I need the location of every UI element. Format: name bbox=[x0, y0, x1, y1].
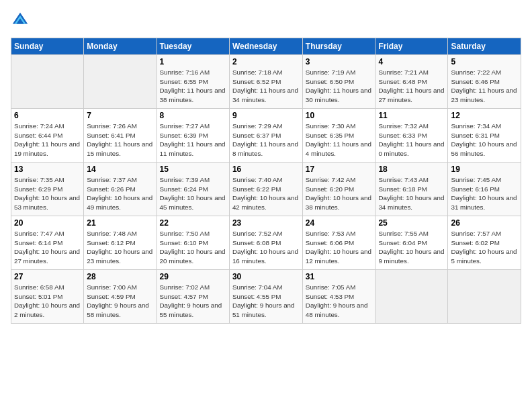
calendar-table: SundayMondayTuesdayWednesdayThursdayFrid… bbox=[11, 38, 521, 324]
weekday-header-tuesday: Tuesday bbox=[157, 38, 229, 55]
day-info: Sunrise: 7:47 AM Sunset: 6:14 PM Dayligh… bbox=[14, 229, 81, 266]
calendar-cell: 16Sunrise: 7:40 AM Sunset: 6:22 PM Dayli… bbox=[229, 163, 302, 216]
day-number: 19 bbox=[451, 165, 518, 174]
calendar-cell: 26Sunrise: 7:57 AM Sunset: 6:02 PM Dayli… bbox=[448, 216, 521, 270]
day-number: 14 bbox=[87, 165, 153, 174]
calendar-cell: 5Sunrise: 7:22 AM Sunset: 6:46 PM Daylig… bbox=[448, 55, 521, 109]
day-info: Sunrise: 7:26 AM Sunset: 6:41 PM Dayligh… bbox=[87, 122, 153, 158]
day-info: Sunrise: 7:02 AM Sunset: 4:57 PM Dayligh… bbox=[160, 283, 226, 320]
calendar-cell bbox=[375, 270, 448, 324]
weekday-header-thursday: Thursday bbox=[302, 38, 375, 55]
weekday-header-saturday: Saturday bbox=[448, 38, 521, 55]
day-info: Sunrise: 7:22 AM Sunset: 6:46 PM Dayligh… bbox=[451, 68, 518, 105]
day-info: Sunrise: 7:45 AM Sunset: 6:16 PM Dayligh… bbox=[451, 175, 518, 212]
day-number: 4 bbox=[378, 57, 445, 66]
day-number: 12 bbox=[451, 111, 518, 120]
day-info: Sunrise: 7:48 AM Sunset: 6:12 PM Dayligh… bbox=[87, 229, 153, 266]
day-number: 20 bbox=[14, 218, 81, 228]
calendar-cell: 18Sunrise: 7:43 AM Sunset: 6:18 PM Dayli… bbox=[375, 163, 448, 216]
day-number: 7 bbox=[87, 111, 153, 120]
day-info: Sunrise: 7:35 AM Sunset: 6:29 PM Dayligh… bbox=[14, 175, 81, 212]
day-number: 15 bbox=[160, 165, 226, 174]
calendar-cell: 6Sunrise: 7:24 AM Sunset: 6:44 PM Daylig… bbox=[11, 109, 84, 163]
day-info: Sunrise: 7:24 AM Sunset: 6:44 PM Dayligh… bbox=[14, 122, 81, 158]
day-info: Sunrise: 7:57 AM Sunset: 6:02 PM Dayligh… bbox=[451, 229, 518, 266]
calendar-cell: 10Sunrise: 7:30 AM Sunset: 6:35 PM Dayli… bbox=[302, 109, 375, 163]
day-number: 10 bbox=[306, 111, 373, 120]
day-info: Sunrise: 7:40 AM Sunset: 6:22 PM Dayligh… bbox=[232, 175, 300, 212]
day-number: 21 bbox=[87, 218, 153, 228]
header bbox=[11, 11, 521, 30]
day-number: 17 bbox=[306, 165, 373, 174]
weekday-header-sunday: Sunday bbox=[11, 38, 84, 55]
weekday-header-wednesday: Wednesday bbox=[229, 38, 302, 55]
day-number: 11 bbox=[378, 111, 445, 120]
day-info: Sunrise: 7:32 AM Sunset: 6:33 PM Dayligh… bbox=[378, 122, 445, 158]
day-number: 22 bbox=[160, 218, 226, 228]
day-number: 6 bbox=[14, 111, 81, 120]
calendar-cell: 31Sunrise: 7:05 AM Sunset: 4:53 PM Dayli… bbox=[302, 270, 375, 324]
day-number: 29 bbox=[160, 272, 226, 281]
calendar-cell: 24Sunrise: 7:53 AM Sunset: 6:06 PM Dayli… bbox=[302, 216, 375, 270]
day-info: Sunrise: 7:52 AM Sunset: 6:08 PM Dayligh… bbox=[232, 229, 300, 266]
calendar-cell bbox=[11, 55, 84, 109]
day-number: 31 bbox=[306, 272, 373, 281]
week-row-2: 6Sunrise: 7:24 AM Sunset: 6:44 PM Daylig… bbox=[11, 109, 521, 163]
calendar-cell: 8Sunrise: 7:27 AM Sunset: 6:39 PM Daylig… bbox=[157, 109, 229, 163]
day-number: 18 bbox=[378, 165, 445, 174]
calendar-cell: 25Sunrise: 7:55 AM Sunset: 6:04 PM Dayli… bbox=[375, 216, 448, 270]
calendar-container: SundayMondayTuesdayWednesdayThursdayFrid… bbox=[0, 0, 532, 329]
day-number: 8 bbox=[160, 111, 226, 120]
day-info: Sunrise: 7:18 AM Sunset: 6:52 PM Dayligh… bbox=[232, 68, 300, 105]
day-number: 2 bbox=[232, 57, 300, 66]
day-number: 5 bbox=[451, 57, 518, 66]
day-number: 16 bbox=[232, 165, 300, 174]
day-info: Sunrise: 7:00 AM Sunset: 4:59 PM Dayligh… bbox=[87, 283, 153, 320]
day-info: Sunrise: 7:50 AM Sunset: 6:10 PM Dayligh… bbox=[160, 229, 226, 266]
calendar-cell: 7Sunrise: 7:26 AM Sunset: 6:41 PM Daylig… bbox=[84, 109, 157, 163]
day-info: Sunrise: 7:19 AM Sunset: 6:50 PM Dayligh… bbox=[306, 68, 373, 105]
week-row-4: 20Sunrise: 7:47 AM Sunset: 6:14 PM Dayli… bbox=[11, 216, 521, 270]
calendar-cell: 29Sunrise: 7:02 AM Sunset: 4:57 PM Dayli… bbox=[157, 270, 229, 324]
calendar-cell: 2Sunrise: 7:18 AM Sunset: 6:52 PM Daylig… bbox=[229, 55, 302, 109]
calendar-cell: 4Sunrise: 7:21 AM Sunset: 6:48 PM Daylig… bbox=[375, 55, 448, 109]
calendar-cell bbox=[448, 270, 521, 324]
day-info: Sunrise: 7:43 AM Sunset: 6:18 PM Dayligh… bbox=[378, 175, 445, 212]
calendar-cell: 21Sunrise: 7:48 AM Sunset: 6:12 PM Dayli… bbox=[84, 216, 157, 270]
calendar-cell: 23Sunrise: 7:52 AM Sunset: 6:08 PM Dayli… bbox=[229, 216, 302, 270]
calendar-cell: 13Sunrise: 7:35 AM Sunset: 6:29 PM Dayli… bbox=[11, 163, 84, 216]
calendar-cell: 27Sunrise: 6:58 AM Sunset: 5:01 PM Dayli… bbox=[11, 270, 84, 324]
day-number: 25 bbox=[378, 218, 445, 228]
day-info: Sunrise: 7:42 AM Sunset: 6:20 PM Dayligh… bbox=[306, 175, 373, 212]
calendar-cell: 14Sunrise: 7:37 AM Sunset: 6:26 PM Dayli… bbox=[84, 163, 157, 216]
day-number: 30 bbox=[232, 272, 300, 281]
calendar-cell: 30Sunrise: 7:04 AM Sunset: 4:55 PM Dayli… bbox=[229, 270, 302, 324]
calendar-cell: 9Sunrise: 7:29 AM Sunset: 6:37 PM Daylig… bbox=[229, 109, 302, 163]
day-number: 9 bbox=[232, 111, 300, 120]
day-info: Sunrise: 7:30 AM Sunset: 6:35 PM Dayligh… bbox=[306, 122, 373, 158]
day-number: 13 bbox=[14, 165, 81, 174]
day-info: Sunrise: 7:53 AM Sunset: 6:06 PM Dayligh… bbox=[306, 229, 373, 266]
calendar-cell: 12Sunrise: 7:34 AM Sunset: 6:31 PM Dayli… bbox=[448, 109, 521, 163]
day-info: Sunrise: 7:39 AM Sunset: 6:24 PM Dayligh… bbox=[160, 175, 226, 212]
calendar-cell: 28Sunrise: 7:00 AM Sunset: 4:59 PM Dayli… bbox=[84, 270, 157, 324]
day-info: Sunrise: 7:55 AM Sunset: 6:04 PM Dayligh… bbox=[378, 229, 445, 266]
weekday-header-row: SundayMondayTuesdayWednesdayThursdayFrid… bbox=[11, 38, 521, 55]
calendar-cell: 17Sunrise: 7:42 AM Sunset: 6:20 PM Dayli… bbox=[302, 163, 375, 216]
weekday-header-monday: Monday bbox=[84, 38, 157, 55]
weekday-header-friday: Friday bbox=[375, 38, 448, 55]
calendar-cell: 20Sunrise: 7:47 AM Sunset: 6:14 PM Dayli… bbox=[11, 216, 84, 270]
week-row-5: 27Sunrise: 6:58 AM Sunset: 5:01 PM Dayli… bbox=[11, 270, 521, 324]
day-info: Sunrise: 6:58 AM Sunset: 5:01 PM Dayligh… bbox=[14, 283, 81, 320]
logo-icon bbox=[11, 11, 30, 30]
day-number: 1 bbox=[160, 57, 226, 66]
day-number: 26 bbox=[451, 218, 518, 228]
week-row-1: 1Sunrise: 7:16 AM Sunset: 6:55 PM Daylig… bbox=[11, 55, 521, 109]
day-info: Sunrise: 7:27 AM Sunset: 6:39 PM Dayligh… bbox=[160, 122, 226, 158]
calendar-cell bbox=[84, 55, 157, 109]
calendar-cell: 11Sunrise: 7:32 AM Sunset: 6:33 PM Dayli… bbox=[375, 109, 448, 163]
week-row-3: 13Sunrise: 7:35 AM Sunset: 6:29 PM Dayli… bbox=[11, 163, 521, 216]
calendar-cell: 22Sunrise: 7:50 AM Sunset: 6:10 PM Dayli… bbox=[157, 216, 229, 270]
day-info: Sunrise: 7:34 AM Sunset: 6:31 PM Dayligh… bbox=[451, 122, 518, 158]
day-number: 23 bbox=[232, 218, 300, 228]
